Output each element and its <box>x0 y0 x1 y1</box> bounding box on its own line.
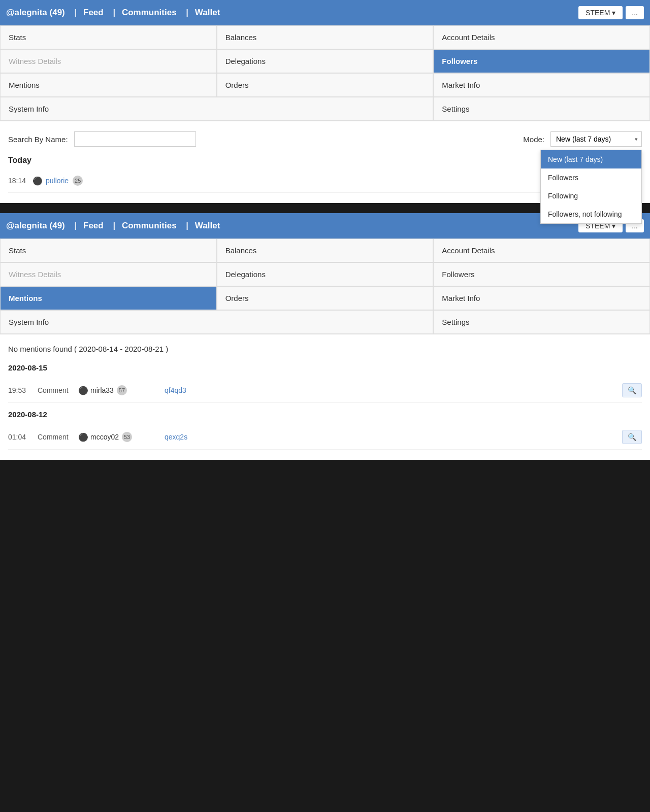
mention-link-0[interactable]: qf4qd3 <box>165 386 617 394</box>
nav-account-details-2[interactable]: Account Details <box>433 239 650 262</box>
nav-settings-2[interactable]: Settings <box>433 310 650 334</box>
nav-orders-2[interactable]: Orders <box>217 286 434 310</box>
mention-search-btn-1[interactable]: 🔍 <box>622 430 642 444</box>
feed-link-1[interactable]: Feed <box>83 8 104 17</box>
nav-stats-2[interactable]: Stats <box>0 239 217 262</box>
nav-account-details-1[interactable]: Account Details <box>433 25 650 49</box>
nav-delegations-2[interactable]: Delegations <box>217 262 434 286</box>
mention-username-1[interactable]: mccoy02 <box>90 433 119 441</box>
nav-settings-1[interactable]: Settings <box>433 97 650 121</box>
mention-user-1: ⚫ mccoy02 53 <box>78 432 159 442</box>
search-input[interactable] <box>74 131 196 147</box>
communities-link-1[interactable]: Communities <box>122 8 177 17</box>
nav-balances-1[interactable]: Balances <box>217 25 434 49</box>
wallet-link-2[interactable]: Wallet <box>195 221 220 230</box>
user-icon-0: ⚫ <box>32 176 43 186</box>
nav-witness-details-1: Witness Details <box>0 49 217 73</box>
feed-link-2[interactable]: Feed <box>83 221 104 230</box>
mention-type-1: Comment <box>38 433 73 441</box>
mention-row-1: 01:04 Comment ⚫ mccoy02 53 qexq2s 🔍 <box>8 425 642 450</box>
search-bar-1: Search By Name: Mode: New (last 7 days) … <box>8 131 642 147</box>
nav-stats-1[interactable]: Stats <box>0 25 217 49</box>
mention-user-0: ⚫ mirla33 57 <box>78 385 159 395</box>
account-name-1: @alegnita (49) <box>6 8 65 17</box>
steem-button-1[interactable]: STEEM ▾ <box>578 6 623 19</box>
dropdown-item-new7[interactable]: New (last 7 days) <box>541 150 641 168</box>
mention-time-0: 19:53 <box>8 386 32 394</box>
nav-system-info-1[interactable]: System Info <box>0 97 433 121</box>
mode-select-display[interactable]: New (last 7 days) <box>550 131 642 147</box>
mention-badge-0: 57 <box>117 385 127 395</box>
mentions-content: No mentions found ( 2020-08-14 - 2020-08… <box>0 334 650 460</box>
username-0[interactable]: pullorie <box>46 177 69 185</box>
dropdown-item-following[interactable]: Following <box>541 187 641 205</box>
search-label: Search By Name: <box>8 135 68 144</box>
mention-time-1: 01:04 <box>8 433 32 441</box>
mention-search-btn-0[interactable]: 🔍 <box>622 383 642 397</box>
nav-witness-details-2: Witness Details <box>0 262 217 286</box>
nav-orders-1[interactable]: Orders <box>217 73 434 97</box>
nav-grid-2: Stats Balances Account Details Witness D… <box>0 239 650 334</box>
entry-user-0: ⚫ pullorie 25 <box>32 176 592 186</box>
nav-market-info-1[interactable]: Market Info <box>433 73 650 97</box>
nav-balances-2[interactable]: Balances <box>217 239 434 262</box>
no-mentions-text: No mentions found ( 2020-08-14 - 2020-08… <box>8 345 642 353</box>
mention-link-1[interactable]: qexq2s <box>165 433 617 441</box>
nav-grid-1: Stats Balances Account Details Witness D… <box>0 25 650 121</box>
nav-market-info-2[interactable]: Market Info <box>433 286 650 310</box>
nav-followers-1[interactable]: Followers <box>433 49 650 73</box>
date-heading-1: 2020-08-12 <box>8 410 642 421</box>
dropdown-item-followers-not-following[interactable]: Followers, not following <box>541 205 641 223</box>
account-name-2: @alegnita (49) <box>6 221 65 230</box>
header-bar-1: @alegnita (49) | Feed | Communities | Wa… <box>0 0 650 25</box>
mention-user-icon-1: ⚫ <box>78 432 88 442</box>
nav-mentions-1[interactable]: Mentions <box>0 73 217 97</box>
content-area-1: Search By Name: Mode: New (last 7 days) … <box>0 121 650 203</box>
mention-badge-1: 53 <box>122 432 132 442</box>
mode-dropdown-menu: New (last 7 days) Followers Following Fo… <box>540 150 642 224</box>
nav-delegations-1[interactable]: Delegations <box>217 49 434 73</box>
dropdown-item-followers[interactable]: Followers <box>541 168 641 187</box>
chevron-down-icon-1: ▾ <box>612 9 615 17</box>
mode-label: Mode: <box>523 135 544 144</box>
ellipsis-button-1[interactable]: ... <box>626 6 644 19</box>
header-title-2: @alegnita (49) | Feed | Communities | Wa… <box>6 221 578 231</box>
mention-row-0: 19:53 Comment ⚫ mirla33 57 qf4qd3 🔍 <box>8 378 642 403</box>
wallet-link-1[interactable]: Wallet <box>195 8 220 17</box>
header-title-1: @alegnita (49) | Feed | Communities | Wa… <box>6 8 578 18</box>
panel-followers: @alegnita (49) | Feed | Communities | Wa… <box>0 0 650 203</box>
mention-username-0[interactable]: mirla33 <box>90 386 114 394</box>
mode-select-wrapper: New (last 7 days) ▾ New (last 7 days) Fo… <box>550 131 642 147</box>
nav-mentions-2[interactable]: Mentions <box>0 286 217 310</box>
mention-user-icon-0: ⚫ <box>78 386 88 395</box>
user-badge-0: 25 <box>73 176 83 186</box>
nav-system-info-2[interactable]: System Info <box>0 310 433 334</box>
nav-followers-2[interactable]: Followers <box>433 262 650 286</box>
communities-link-2[interactable]: Communities <box>122 221 177 230</box>
panel-mentions: @alegnita (49) | Feed | Communities | Wa… <box>0 213 650 460</box>
date-heading-0: 2020-08-15 <box>8 363 642 374</box>
entry-time-0: 18:14 <box>8 177 32 185</box>
mention-type-0: Comment <box>38 386 73 394</box>
